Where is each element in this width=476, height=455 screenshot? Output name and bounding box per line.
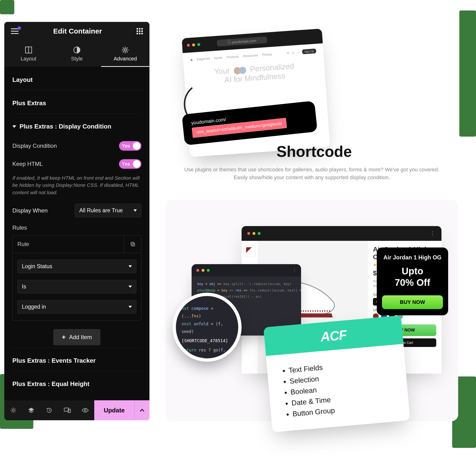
section-plus-extras[interactable]: Plus Extras — [12, 90, 141, 114]
copy-button[interactable] — [124, 236, 141, 253]
svg-marker-28 — [28, 410, 34, 413]
select-rule-value[interactable]: Logged in — [17, 300, 136, 314]
section-layout[interactable]: Layout — [12, 67, 141, 90]
settings-button[interactable] — [4, 400, 22, 420]
mag-code: nst compose = (...fns) onst unfold = (f,… — [176, 296, 238, 362]
decor-block — [459, 10, 476, 137]
svg-point-15 — [124, 49, 126, 51]
rules-label: Rules — [12, 217, 141, 234]
product-thumb[interactable] — [244, 245, 255, 257]
window-dot-icon — [187, 44, 190, 47]
window-dot-icon — [207, 269, 210, 272]
select-value: All Rules are True — [79, 207, 123, 214]
shortcode-text: [SHORTCODE_478514] — [182, 337, 232, 345]
responsive-button[interactable] — [58, 400, 76, 420]
svg-rect-11 — [141, 33, 143, 34]
window-dot-icon — [196, 269, 199, 272]
tab-style[interactable]: Style — [53, 41, 101, 67]
tab-label: Layout — [21, 56, 36, 62]
hero-nav-item: Pricing — [262, 52, 272, 57]
notification-dot-icon — [18, 26, 21, 30]
chevron-down-icon — [129, 306, 132, 308]
window-dot-icon — [258, 232, 261, 235]
field-label: Display When — [12, 207, 48, 214]
section-label: Plus Extras : Equal Height — [12, 380, 90, 388]
svg-rect-3 — [137, 28, 138, 30]
apps-button[interactable] — [137, 28, 143, 34]
svg-rect-10 — [139, 33, 140, 34]
hero-nav-item: Products — [227, 55, 239, 59]
svg-rect-5 — [141, 28, 143, 30]
acf-body: Text Fields Selection Boolean Date & Tim… — [266, 344, 410, 432]
more-icon: ⋮ — [430, 230, 435, 236]
row-display-condition: Display Condition Yes — [12, 137, 141, 155]
window-dot-icon — [253, 232, 255, 235]
section-label: Plus Extras : Display Condition — [19, 123, 111, 130]
svg-rect-7 — [139, 31, 140, 32]
window-dot-icon — [197, 43, 200, 46]
avatar-icon — [239, 66, 246, 74]
layers-button[interactable] — [22, 400, 41, 420]
more-icon: ⋮ — [293, 268, 296, 273]
chevron-down-icon — [129, 265, 132, 268]
panel-footer: Update — [4, 400, 149, 420]
update-more-button[interactable] — [134, 400, 149, 420]
svg-rect-4 — [139, 28, 140, 30]
add-item-button[interactable]: + Add Item — [53, 329, 100, 345]
promo-buy-button[interactable]: BUY NOW — [382, 295, 443, 309]
preview-button[interactable] — [76, 400, 94, 420]
svg-line-22 — [127, 48, 128, 49]
hero-nav-item: Home — [214, 56, 222, 60]
update-button[interactable]: Update — [94, 400, 134, 420]
svg-rect-9 — [137, 33, 138, 34]
hero-nav-item: Resources — [243, 53, 258, 58]
panel-tabs: Layout Style Advanced — [4, 41, 149, 67]
hero-headline: Your Personalized AI for Mindfulness — [191, 60, 318, 87]
promo-card: Air Jordan 1 High OG Upto 70% Off BUY NO… — [377, 247, 448, 315]
section-heading: Shortcode — [162, 143, 467, 160]
field-label: Keep HTML — [12, 161, 43, 167]
toggle-knob — [133, 160, 140, 168]
tab-layout[interactable]: Layout — [4, 41, 53, 67]
svg-point-31 — [84, 410, 86, 411]
rule-body: Login Status Is Logged in — [12, 253, 141, 321]
toggle-value: Yes — [122, 161, 130, 167]
caret-down-icon — [12, 125, 16, 128]
hero-browser-mock: yourdomain.com ◆ EdgeKart Home Products … — [182, 29, 330, 157]
row-display-when: Display When All Rules are True — [12, 204, 141, 217]
select-value: Login Status — [22, 263, 52, 270]
section-desc: Use plugins or themes that use shortcode… — [181, 166, 443, 181]
promo-title: Air Jordan 1 High OG — [382, 254, 443, 261]
add-item-label: Add Item — [69, 334, 92, 341]
promo-line: 70% Off — [382, 277, 443, 288]
rule-header[interactable]: Rule — [12, 235, 141, 253]
help-text: If enabled, It will keep HTML on front e… — [12, 174, 141, 196]
field-label: Display Condition — [12, 143, 57, 149]
menu-button[interactable] — [11, 28, 19, 34]
toggle-display-condition[interactable]: Yes — [119, 141, 141, 151]
select-rule-op[interactable]: Is — [17, 280, 136, 293]
panel-body: Layout Plus Extras Plus Extras : Display… — [4, 67, 149, 400]
select-value: Is — [22, 284, 26, 290]
window-dot-icon — [192, 43, 195, 46]
history-button[interactable] — [40, 400, 58, 420]
svg-rect-8 — [141, 31, 143, 32]
section-label: Layout — [12, 76, 33, 83]
tab-label: Style — [71, 56, 83, 62]
hero-brand: EdgeKart — [197, 57, 210, 61]
svg-rect-24 — [132, 243, 135, 246]
svg-rect-25 — [131, 242, 134, 245]
lock-icon — [228, 41, 230, 44]
chevron-down-icon — [133, 209, 137, 211]
toggle-keep-html[interactable]: Yes — [119, 159, 141, 169]
decor-block — [0, 0, 14, 14]
select-rule-field[interactable]: Login Status — [17, 260, 136, 273]
section-equal-height[interactable]: Plus Extras : Equal Height — [12, 371, 141, 394]
section-display-condition[interactable]: Plus Extras : Display Condition — [12, 114, 141, 137]
section-events-tracker[interactable]: Plus Extras : Events Tracker — [12, 348, 141, 371]
select-display-when[interactable]: All Rules are True — [75, 204, 141, 217]
magnifier: nst compose = (...fns) onst unfold = (f,… — [172, 293, 242, 362]
tab-advanced[interactable]: Advanced — [101, 41, 149, 67]
editor-panel: Edit Container Layout Style Advanced Lay… — [4, 22, 149, 420]
svg-rect-6 — [137, 31, 138, 32]
